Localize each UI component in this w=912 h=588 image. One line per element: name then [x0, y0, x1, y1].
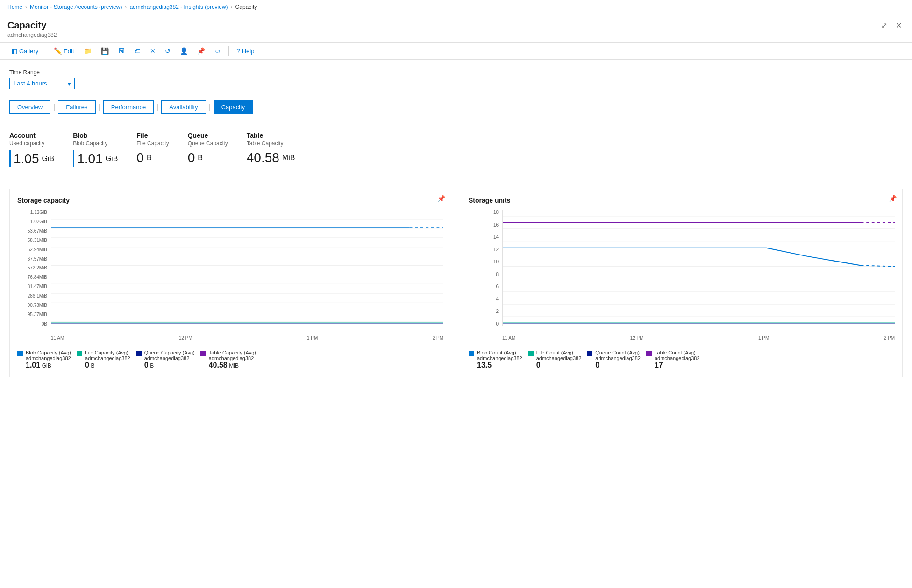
tab-availability[interactable]: Availability: [161, 100, 206, 114]
pin-toolbar-button[interactable]: 📌: [193, 45, 209, 57]
legend-blob-capacity: Blob Capacity (Avg) admchangediag382 1.0…: [17, 350, 71, 369]
metric-file-label: File: [136, 132, 169, 139]
panel-actions: ⤢ ✕: [878, 20, 905, 31]
toolbar: ◧ Gallery ✏️ Edit 📁 💾 🖫 🏷 ✕ ↺ 👤 📌 ☺ ? He…: [0, 43, 912, 60]
tab-overview[interactable]: Overview: [9, 100, 50, 114]
time-range-select[interactable]: Last 1 hour Last 4 hours Last 12 hours L…: [9, 78, 75, 89]
breadcrumb-insights[interactable]: admchangediag382 - Insights (preview): [129, 4, 228, 10]
storage-units-legend: Blob Count (Avg) admchangediag382 13.5 F…: [469, 346, 895, 369]
panel-subtitle: admchangediag382: [7, 32, 57, 38]
refresh-icon: ↺: [165, 47, 171, 55]
breadcrumb: Home › Monitor - Storage Accounts (previ…: [0, 0, 912, 14]
storage-capacity-x-axis: 11 AM 12 PM 1 PM 2 PM: [51, 333, 443, 340]
storage-capacity-chart-area: 1.12GiB 1.02GiB 53.67MiB 58.31MiB 62.94M…: [17, 210, 443, 340]
legend-table-count: Table Count (Avg) admchangediag382 17: [646, 350, 700, 369]
save-icon: 💾: [101, 47, 109, 55]
saveas-icon: 🖫: [118, 47, 125, 55]
legend-queue-count-color: [587, 351, 592, 356]
pin-icon: 📌: [197, 47, 205, 55]
tag-button[interactable]: 🏷: [130, 45, 144, 57]
discard-button[interactable]: ✕: [146, 45, 159, 57]
legend-table-count-color: [646, 351, 652, 356]
saveas-button[interactable]: 🖫: [114, 45, 128, 57]
gallery-button[interactable]: ◧ Gallery: [7, 45, 42, 57]
help-button[interactable]: ? Help: [233, 45, 258, 57]
metric-queue-value: 0: [188, 150, 195, 165]
legend-table-capacity: Table Capacity (Avg) admchangediag382 40…: [200, 350, 256, 369]
breadcrumb-home[interactable]: Home: [7, 4, 22, 10]
tab-failures[interactable]: Failures: [58, 100, 95, 114]
breadcrumb-monitor[interactable]: Monitor - Storage Accounts (preview): [30, 4, 122, 10]
metric-account-label: Account: [9, 132, 54, 139]
legend-blob-color: [17, 351, 23, 356]
metric-file-sublabel: File Capacity: [136, 140, 169, 147]
time-range-label: Time Range: [9, 69, 903, 76]
legend-queue-capacity: Queue Capacity (Avg) admchangediag382 0 …: [136, 350, 195, 369]
legend-file-color: [77, 351, 82, 356]
panel-header: Capacity admchangediag382 ⤢ ✕: [0, 14, 912, 43]
save-button[interactable]: 💾: [97, 45, 113, 57]
tag-icon: 🏷: [134, 47, 141, 55]
metric-table-sublabel: Table Capacity: [247, 140, 295, 147]
storage-units-panel: Storage units 📌 18 16 14 12 10 8 6 4 2 0: [461, 189, 903, 377]
breadcrumb-current: Capacity: [235, 4, 257, 10]
feedback-button[interactable]: ☺: [211, 45, 225, 57]
metric-file-value: 0: [136, 150, 144, 165]
metric-table-unit: MiB: [282, 154, 295, 162]
storage-units-plot: [502, 210, 895, 326]
legend-blob-count-color: [469, 351, 474, 356]
metric-table-value: 40.58: [247, 150, 279, 165]
storage-units-title: Storage units: [469, 197, 895, 204]
storage-units-x-axis: 11 AM 12 PM 1 PM 2 PM: [502, 333, 895, 340]
main-content: Time Range Last 1 hour Last 4 hours Last…: [0, 60, 912, 588]
legend-blob-count: Blob Count (Avg) admchangediag382 13.5: [469, 350, 522, 369]
discard-icon: ✕: [150, 47, 156, 55]
share-button[interactable]: 👤: [176, 45, 192, 57]
metric-queue-label: Queue: [188, 132, 228, 139]
tab-capacity[interactable]: Capacity: [214, 100, 253, 114]
share-icon: 👤: [180, 47, 188, 55]
time-range-select-wrapper[interactable]: Last 1 hour Last 4 hours Last 12 hours L…: [9, 78, 75, 89]
metric-blob-label: Blob: [73, 132, 118, 139]
panel-close-button[interactable]: ✕: [893, 20, 905, 31]
storage-units-pin[interactable]: 📌: [889, 195, 897, 202]
storage-units-svg: [503, 210, 895, 326]
metric-account-value: 1.05: [14, 151, 39, 166]
edit-button[interactable]: ✏️ Edit: [50, 45, 78, 57]
storage-capacity-pin[interactable]: 📌: [437, 195, 445, 202]
metric-queue-value-row: 0 B: [188, 150, 228, 165]
metric-queue: Queue Queue Capacity 0 B: [188, 132, 228, 167]
legend-queue-color: [136, 351, 142, 356]
legend-queue-count: Queue Count (Avg) admchangediag382 0: [587, 350, 641, 369]
new-icon: 📁: [84, 47, 92, 55]
legend-file-capacity: File Capacity (Avg) admchangediag382 0 B: [77, 350, 130, 369]
toolbar-separator-2: [228, 46, 229, 56]
metric-blob-value: 1.01: [77, 151, 103, 166]
metric-account-unit: GiB: [42, 155, 55, 163]
metric-table-label: Table: [247, 132, 295, 139]
metric-blob: Blob Blob Capacity 1.01 GiB: [73, 132, 118, 167]
metrics-row: Account Used capacity 1.05 GiB Blob Blob…: [9, 127, 903, 172]
storage-capacity-svg: [51, 210, 443, 326]
new-button[interactable]: 📁: [80, 45, 95, 57]
legend-file-count-color: [528, 351, 534, 356]
metric-account-indicator: [9, 150, 11, 167]
metric-account-sublabel: Used capacity: [9, 140, 54, 147]
storage-capacity-title: Storage capacity: [17, 197, 443, 204]
metric-file-value-row: 0 B: [136, 150, 169, 165]
edit-icon: ✏️: [54, 47, 62, 55]
metric-queue-sublabel: Queue Capacity: [188, 140, 228, 147]
refresh-button[interactable]: ↺: [161, 45, 174, 57]
gallery-icon: ◧: [11, 47, 17, 55]
feedback-icon: ☺: [214, 47, 221, 55]
metric-blob-value-row: 1.01 GiB: [73, 150, 118, 167]
panel-title: Capacity: [7, 20, 57, 31]
metric-table-value-row: 40.58 MiB: [247, 150, 295, 165]
metric-account: Account Used capacity 1.05 GiB: [9, 132, 54, 167]
time-range-section: Time Range Last 1 hour Last 4 hours Last…: [9, 69, 903, 89]
panel-pin-button[interactable]: ⤢: [878, 20, 890, 31]
legend-table-color: [200, 351, 206, 356]
metric-table: Table Table Capacity 40.58 MiB: [247, 132, 295, 167]
tab-performance[interactable]: Performance: [103, 100, 154, 114]
metric-blob-sublabel: Blob Capacity: [73, 140, 118, 147]
